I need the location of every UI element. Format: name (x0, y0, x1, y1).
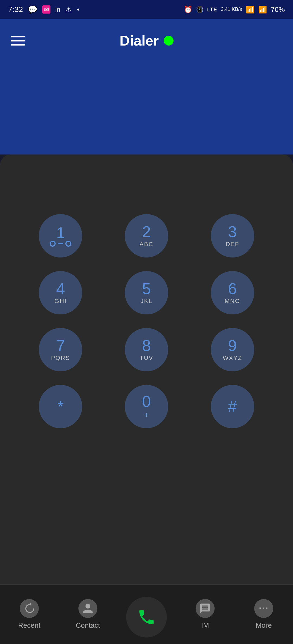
hamburger-line-2 (11, 40, 25, 41)
connection-status-dot (164, 36, 173, 46)
hamburger-line-1 (11, 36, 25, 37)
voicemail-icon (50, 241, 71, 247)
signal-icon: 📶 (258, 5, 267, 14)
im-label: IM (201, 621, 209, 630)
dial-number-star: * (58, 399, 64, 414)
dial-number-4: 4 (56, 281, 65, 297)
status-left: 7:32 💬 ✉ in ⚠ • (8, 5, 79, 14)
dial-letters-9: WXYZ (223, 355, 242, 362)
contact-label: Contact (76, 621, 100, 630)
dial-letters-4: GHI (55, 298, 67, 305)
dial-letters-8: TUV (140, 355, 153, 362)
dial-number-7: 7 (56, 338, 65, 353)
dial-sub-0: + (144, 410, 149, 420)
dial-button-9[interactable]: 9 WXYZ (211, 328, 254, 371)
speed-display: 3.41 KB/s (221, 7, 242, 12)
call-button[interactable] (126, 597, 167, 637)
dial-number-9: 9 (228, 338, 237, 353)
dial-button-star[interactable]: * (39, 385, 82, 428)
dialpad-container: 1 2 ABC 3 DEF 4 GHI (0, 154, 293, 644)
nav-recent[interactable]: Recent (0, 599, 59, 630)
app-container: 7:32 💬 ✉ in ⚠ • ⏰ 📳 LTE 3.41 KB/s 📶 📶 70… (0, 0, 293, 644)
dial-letters-3: DEF (226, 241, 239, 248)
linkedin-icon: in (55, 6, 60, 13)
dial-button-6[interactable]: 6 MNO (211, 271, 254, 314)
hamburger-line-3 (11, 44, 25, 46)
more-label: More (256, 621, 272, 630)
header-spacer (0, 62, 293, 154)
dial-number-5: 5 (142, 281, 151, 297)
menu-button[interactable] (11, 36, 25, 46)
dot-icon: • (77, 5, 79, 14)
recent-icon (20, 599, 39, 618)
alarm-icon: ⏰ (184, 5, 192, 14)
im-icon (196, 599, 215, 618)
dial-number-0: 0 (142, 394, 151, 409)
dial-button-1[interactable]: 1 (39, 214, 82, 257)
header: Dialer (0, 19, 293, 62)
dialpad-grid: 1 2 ABC 3 DEF 4 GHI (0, 203, 293, 439)
time-display: 7:32 (8, 5, 23, 14)
dial-button-5[interactable]: 5 JKL (125, 271, 168, 314)
dial-button-hash[interactable]: # (211, 385, 254, 428)
dial-button-7[interactable]: 7 PQRS (39, 328, 82, 371)
recent-label: Recent (18, 621, 40, 630)
nav-call (117, 597, 176, 632)
dial-number-8: 8 (142, 338, 151, 353)
dial-button-3[interactable]: 3 DEF (211, 214, 254, 257)
dial-button-2[interactable]: 2 ABC (125, 214, 168, 257)
wifi-icon: 📶 (246, 5, 254, 14)
status-right: ⏰ 📳 LTE 3.41 KB/s 📶 📶 70% (184, 5, 285, 14)
dial-number-1: 1 (56, 225, 65, 241)
nav-contact[interactable]: Contact (59, 599, 117, 630)
call-area-spacer (0, 439, 293, 482)
dial-button-4[interactable]: 4 GHI (39, 271, 82, 314)
dial-number-hash: # (228, 399, 237, 414)
dial-letters-2: ABC (139, 241, 153, 248)
battery-display: 70% (271, 5, 285, 14)
dial-number-2: 2 (142, 224, 151, 240)
lte-icon: LTE (207, 7, 217, 13)
nav-im[interactable]: IM (176, 599, 234, 630)
warning-icon: ⚠ (65, 5, 72, 14)
dial-number-6: 6 (228, 281, 237, 297)
dial-number-3: 3 (228, 224, 237, 240)
app-title: Dialer (120, 33, 159, 49)
dial-button-8[interactable]: 8 TUV (125, 328, 168, 371)
display-area (0, 171, 293, 203)
more-icon: ··· (254, 599, 273, 618)
header-title-container: Dialer (120, 33, 174, 49)
dial-letters-7: PQRS (51, 355, 70, 362)
contact-icon (78, 599, 97, 618)
app-icon-1: ✉ (42, 5, 50, 14)
status-bar: 7:32 💬 ✉ in ⚠ • ⏰ 📳 LTE 3.41 KB/s 📶 📶 70… (0, 0, 293, 19)
whatsapp-icon: 💬 (28, 5, 37, 14)
dial-letters-6: MNO (225, 298, 240, 305)
bottom-navigation: Recent Contact IM (0, 584, 293, 644)
vibrate-icon: 📳 (196, 6, 203, 13)
nav-more[interactable]: ··· More (234, 599, 293, 630)
dial-button-0[interactable]: 0 + (125, 385, 168, 428)
dial-letters-5: JKL (141, 298, 152, 305)
